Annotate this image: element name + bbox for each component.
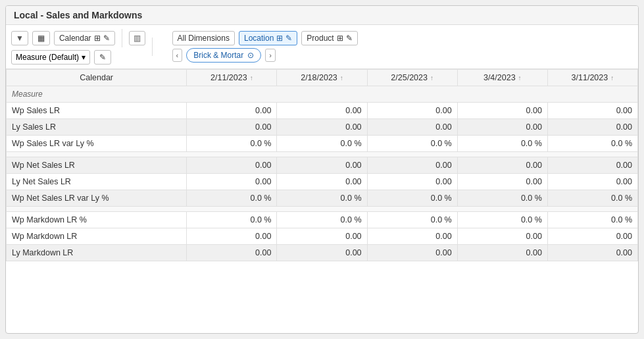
col-date-1: 2/18/2023: [301, 73, 337, 82]
data-cell: 0.00: [457, 174, 547, 190]
col-header-1: 2/18/2023 ↑: [277, 70, 367, 86]
edit-icon: ✎: [103, 34, 110, 43]
data-cell: 0.0 %: [187, 136, 277, 152]
measure-edit-button[interactable]: ✎: [94, 50, 111, 65]
location-edit-icon: ✎: [285, 34, 292, 43]
toolbar-row-1: ▼ ▦ Calendar ⊞ ✎ ▥: [11, 29, 145, 47]
rows-toggle-button[interactable]: ▦: [32, 31, 50, 45]
data-cell: 0.00: [367, 174, 457, 190]
all-dimensions-label: All Dimensions: [178, 34, 230, 43]
data-cell: 0.00: [457, 157, 547, 174]
table-row: Wp Sales LR0.000.000.000.000.00: [7, 103, 638, 119]
table-body: MeasureWp Sales LR0.000.000.000.000.00Ly…: [7, 86, 638, 261]
data-cell: 0.0 %: [547, 136, 637, 152]
calendar-button[interactable]: Calendar ⊞ ✎: [54, 31, 115, 45]
data-cell: 0.00: [367, 157, 457, 174]
table-row: Ly Markdown LR0.000.000.000.000.00: [7, 245, 638, 261]
col-header-3: 3/4/2023 ↑: [457, 70, 547, 86]
data-cell: 0.00: [187, 245, 277, 261]
product-button[interactable]: Product ⊞ ✎: [301, 31, 357, 45]
sort-arrow-0[interactable]: ↑: [250, 74, 253, 82]
all-dimensions-button[interactable]: All Dimensions: [172, 31, 235, 45]
title-bar: Local - Sales and Markdowns: [6, 6, 638, 25]
data-cell: 0.00: [457, 119, 547, 136]
table-row: Ly Net Sales LR0.000.000.000.000.00: [7, 174, 638, 190]
data-cell: 0.0 %: [367, 136, 457, 152]
data-cell: 0.00: [277, 157, 367, 174]
data-cell: 0.00: [547, 119, 637, 136]
table-row: Wp Markdown LR0.000.000.000.000.00: [7, 228, 638, 245]
calendar-column-header: Calendar: [7, 70, 187, 86]
sort-arrow-4[interactable]: ↑: [610, 74, 614, 82]
data-cell: 0.00: [547, 228, 637, 245]
data-cell: 0.0 %: [547, 212, 637, 228]
row-label: Ly Net Sales LR: [7, 174, 187, 190]
rows-icon-button[interactable]: ▥: [129, 31, 145, 45]
data-cell: 0.00: [187, 174, 277, 190]
data-cell: 0.0 %: [457, 212, 547, 228]
table-row: Wp Net Sales LR0.000.000.000.000.00: [7, 157, 638, 174]
brick-mortar-pill: Brick & Mortar ⊙: [186, 48, 261, 63]
table-row: [7, 152, 638, 157]
toolbar-right: All Dimensions Location ⊞ ✎ Product ⊞ ✎ …: [172, 31, 358, 63]
row-label: Wp Markdown LR %: [7, 212, 187, 228]
rows-toggle-icon: ▦: [37, 34, 45, 43]
measure-label: Measure (Default): [16, 53, 79, 62]
data-cell: 0.00: [187, 119, 277, 136]
data-cell: 0.0 %: [277, 212, 367, 228]
col-date-0: 2/11/2023: [211, 73, 247, 82]
location-hierarchy-icon: ⊞: [276, 34, 283, 43]
data-cell: 0.00: [547, 245, 637, 261]
data-cell: 0.00: [457, 245, 547, 261]
data-cell: 0.00: [187, 228, 277, 245]
collapse-button[interactable]: ▼: [11, 31, 28, 45]
spacer-cell: [7, 207, 638, 212]
data-cell: 0.00: [277, 119, 367, 136]
data-cell: 0.00: [277, 228, 367, 245]
dimension-row-2: ‹ Brick & Mortar ⊙ ›: [172, 48, 358, 63]
table-row: Wp Net Sales LR var Ly %0.0 %0.0 %0.0 %0…: [7, 190, 638, 207]
col-header-0: 2/11/2023 ↑: [187, 70, 277, 86]
location-button[interactable]: Location ⊞ ✎: [239, 31, 297, 45]
measure-header-cell: Measure: [7, 86, 638, 103]
data-cell: 0.0 %: [277, 190, 367, 207]
table-row: Wp Sales LR var Ly %0.0 %0.0 %0.0 %0.0 %…: [7, 136, 638, 152]
col-date-2: 2/25/2023: [391, 73, 428, 82]
data-cell: 0.00: [187, 157, 277, 174]
table-header-row: Calendar 2/11/2023 ↑ 2/18/2023 ↑: [7, 70, 638, 86]
spacer-cell: [7, 152, 638, 157]
sort-arrow-2[interactable]: ↑: [430, 74, 433, 82]
calendar-label: Calendar: [59, 34, 91, 43]
data-cell: 0.00: [547, 174, 637, 190]
product-hierarchy-icon: ⊞: [337, 34, 343, 43]
nav-right-button[interactable]: ›: [265, 49, 276, 62]
data-cell: 0.0 %: [277, 136, 367, 152]
data-cell: 0.00: [277, 245, 367, 261]
location-label: Location: [244, 34, 274, 43]
toolbar-left: ▼ ▦ Calendar ⊞ ✎ ▥ Measure (Default) ▾: [11, 29, 145, 65]
separator-2: [152, 38, 153, 56]
data-cell: 0.00: [547, 157, 637, 174]
sort-arrow-3[interactable]: ↑: [518, 74, 522, 82]
col-header-4: 3/11/2023 ↑: [547, 70, 637, 86]
data-cell: 0.00: [367, 119, 457, 136]
sort-arrow-1[interactable]: ↑: [340, 74, 343, 82]
row-label: Wp Sales LR: [7, 103, 187, 119]
data-cell: 0.00: [367, 228, 457, 245]
row-label: Wp Sales LR var Ly %: [7, 136, 187, 152]
data-cell: 0.00: [457, 103, 547, 119]
data-cell: 0.00: [547, 103, 637, 119]
nav-left-button[interactable]: ‹: [172, 49, 183, 62]
data-cell: 0.0 %: [367, 190, 457, 207]
separator-1: [122, 29, 122, 47]
measure-dropdown[interactable]: Measure (Default) ▾: [11, 50, 90, 65]
data-cell: 0.00: [277, 174, 367, 190]
toolbar: ▼ ▦ Calendar ⊞ ✎ ▥ Measure (Default) ▾: [6, 25, 638, 69]
row-label: Wp Net Sales LR: [7, 157, 187, 174]
row-label: Wp Net Sales LR var Ly %: [7, 190, 187, 207]
data-cell: 0.0 %: [367, 212, 457, 228]
product-label: Product: [307, 34, 334, 43]
dimension-row-1: All Dimensions Location ⊞ ✎ Product ⊞ ✎: [172, 31, 358, 45]
data-cell: 0.0 %: [457, 136, 547, 152]
dropdown-arrow: ▾: [82, 53, 86, 62]
